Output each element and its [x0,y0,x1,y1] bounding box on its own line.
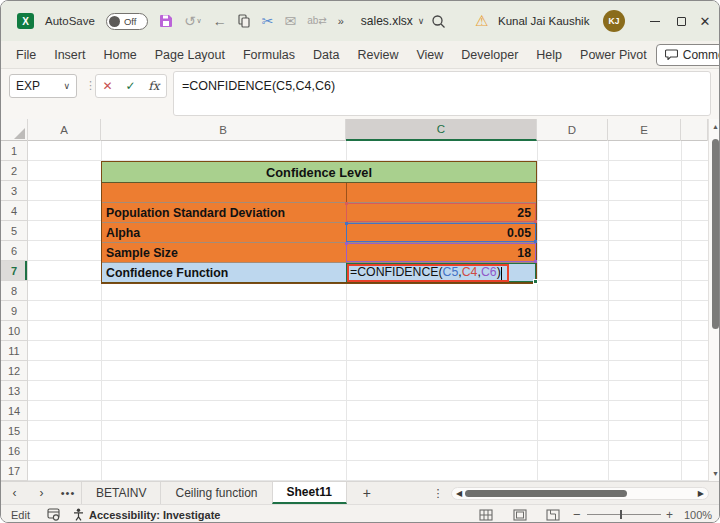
fill-handle[interactable] [533,279,538,284]
vertical-scrollbar[interactable]: ▲ ▼ [708,119,720,481]
cell-b2-merged-title[interactable]: Confidence Level [102,162,536,183]
normal-view-icon[interactable] [479,505,493,523]
page-layout-view-icon[interactable] [513,505,527,523]
scroll-up-icon[interactable]: ▲ [709,123,720,130]
tab-review[interactable]: Review [348,48,407,62]
save-icon[interactable] [159,14,173,28]
cell-b4-label[interactable]: Population Standard Deviation [102,203,346,222]
horizontal-scrollbar[interactable]: ◀ ▶ [451,487,709,500]
undo-button[interactable]: ↺ ∨ [184,14,202,28]
row-header-6[interactable]: 6 [1,241,27,261]
row-header-4[interactable]: 4 [1,201,27,221]
row-header-13[interactable]: 13 [1,381,27,401]
tab-power-pivot[interactable]: Power Pivot [571,48,656,62]
sheet-nav-more-icon[interactable]: ••• [55,482,81,504]
formula-input[interactable]: =CONFIDENCE(C5,C4,C6) [173,71,711,116]
tab-help[interactable]: Help [527,48,571,62]
row-header-16[interactable]: 16 [1,441,27,461]
column-header-partial[interactable] [681,119,708,141]
select-all-corner[interactable] [1,119,28,141]
zoom-slider-thumb[interactable] [620,510,622,519]
minimize-icon [650,21,660,22]
name-box[interactable]: EXP ∨ [9,74,77,98]
table-row: Confidence Function =CONFIDENCE(C5,C4,C6… [102,263,536,283]
row-header-7[interactable]: 7 [1,261,27,281]
cell-b3[interactable] [102,183,346,202]
tab-formulas[interactable]: Formulas [234,48,304,62]
sheet-tab-betainv[interactable]: BETAINV [81,482,160,504]
qat-overflow-icon[interactable]: » [338,16,344,27]
column-header-b[interactable]: B [101,119,346,141]
cancel-icon[interactable]: ✕ [102,79,112,93]
page-break-view-icon[interactable] [546,505,560,523]
row-header-9[interactable]: 9 [1,301,27,321]
autosave-toggle[interactable]: Off [106,13,148,30]
tab-developer[interactable]: Developer [452,48,527,62]
column-header-d[interactable]: D [537,119,608,141]
zoom-slider[interactable] [587,514,661,515]
email-icon[interactable]: ✉ [284,14,296,28]
enter-icon[interactable]: ✓ [125,79,135,93]
zoom-level[interactable]: 100% [684,505,712,523]
tab-data[interactable]: Data [304,48,348,62]
gridline [681,141,682,481]
tab-view[interactable]: View [407,48,452,62]
replace-icon[interactable]: ab⇄ [307,16,327,26]
cells-area[interactable]: Confidence Level Population Standard Dev… [28,141,708,481]
column-header-e[interactable]: E [608,119,681,141]
add-sheet-button[interactable]: + [347,482,387,504]
tab-insert[interactable]: Insert [45,48,94,62]
macro-record-icon[interactable] [47,505,60,523]
avatar[interactable]: KJ [603,1,625,41]
sheet-tab-ceiling-function[interactable]: Ceiling function [160,482,271,504]
cell-c4-value[interactable]: 25 [346,203,536,222]
close-button[interactable]: ✕ [691,1,719,41]
scroll-left-icon[interactable]: ◀ [456,489,462,498]
insert-function-icon[interactable]: fx [148,79,159,93]
row-header-10[interactable]: 10 [1,321,27,341]
row-header-1[interactable]: 1 [1,141,27,161]
row-header-2[interactable]: 2 [1,161,27,181]
sheet-options-icon[interactable]: ⋮ [431,482,445,505]
zoom-out-button[interactable]: − [573,505,581,523]
row-header-12[interactable]: 12 [1,361,27,381]
scroll-right-icon[interactable]: ▶ [698,489,704,498]
cell-c5-value[interactable]: 0.05 [346,223,536,242]
cell-c6-value[interactable]: 18 [346,243,536,262]
back-arrow-icon[interactable]: ← [213,14,227,28]
user-name[interactable]: Kunal Jai Kaushik [498,1,589,41]
row-header-8[interactable]: 8 [1,281,27,301]
cell-b5-label[interactable]: Alpha [102,223,346,242]
accessibility-status[interactable]: Accessibility: Investigate [89,505,220,523]
tab-home[interactable]: Home [94,48,145,62]
row-header-3[interactable]: 3 [1,181,27,201]
zoom-in-button[interactable]: + [666,505,673,523]
row-header-15[interactable]: 15 [1,421,27,441]
sheet-nav-next-icon[interactable]: › [28,482,55,504]
column-header-c[interactable]: C [346,119,537,141]
vertical-scroll-thumb[interactable] [712,139,719,329]
document-title[interactable]: sales.xlsx ∨ [361,14,425,28]
cell-b6-label[interactable]: Sample Size [102,243,346,262]
cell-b7-label[interactable]: Confidence Function [102,263,346,282]
gridline [537,141,538,481]
sheet-nav-prev-icon[interactable]: ‹ [1,482,28,504]
row-header-17[interactable]: 17 [1,461,27,481]
row-header-11[interactable]: 11 [1,341,27,361]
sheet-tab-sheet11[interactable]: Sheet11 [272,482,347,504]
cell-c3[interactable] [346,183,536,202]
minimize-button[interactable] [641,1,669,41]
cut-icon[interactable]: ✂ [262,14,274,28]
tab-file[interactable]: File [7,48,45,62]
search-button[interactable] [431,1,446,41]
horizontal-scroll-thumb[interactable] [465,490,627,497]
row-header-14[interactable]: 14 [1,401,27,421]
comments-button[interactable]: Comments [656,44,720,66]
warning-icon[interactable]: ⚠ [475,1,488,41]
column-header-a[interactable]: A [28,119,101,141]
tab-page-layout[interactable]: Page Layout [146,48,234,62]
scroll-down-icon[interactable]: ▼ [709,470,720,477]
row-header-5[interactable]: 5 [1,221,27,241]
cell-c7-formula[interactable]: =CONFIDENCE(C5,C4,C6) [346,263,536,282]
copy-icon[interactable] [238,14,251,28]
